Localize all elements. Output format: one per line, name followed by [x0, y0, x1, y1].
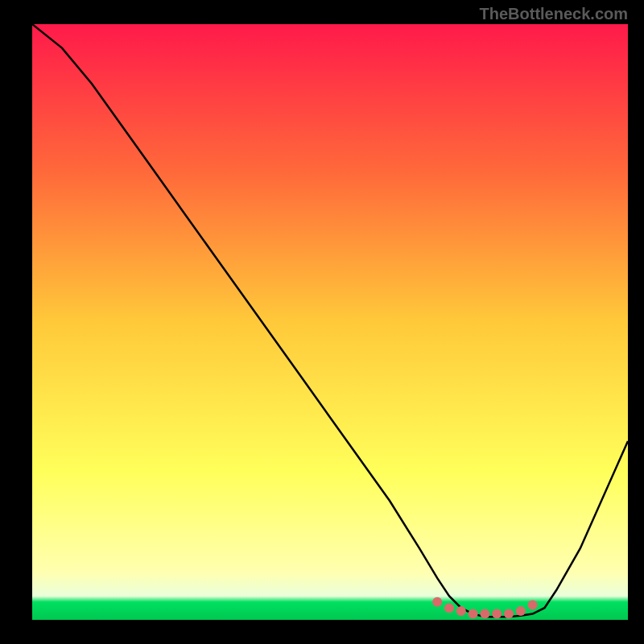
chart-plot-area [32, 24, 628, 620]
sweet-spot-marker [516, 606, 526, 616]
chart-curve-layer [32, 24, 628, 620]
watermark-text: TheBottleneck.com [480, 5, 628, 23]
bottleneck-curve [32, 24, 628, 617]
sweet-spot-marker [456, 606, 466, 616]
sweet-spot-marker [444, 603, 454, 613]
sweet-spot-marker [480, 609, 489, 619]
sweet-spot-marker [504, 609, 514, 619]
sweet-spot-marker [469, 609, 478, 619]
sweet-spot-marker [492, 609, 502, 619]
sweet-spot-marker [432, 597, 442, 607]
sweet-spot-marker [528, 601, 538, 610]
